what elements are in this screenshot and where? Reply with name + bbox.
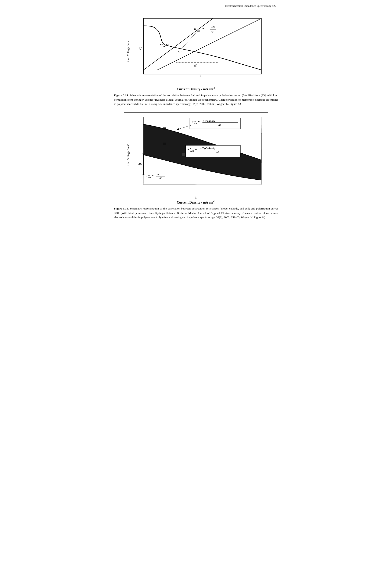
figure-316-caption-bold: Figure 3.16. <box>114 207 129 210</box>
r-cath-sub: Cath <box>190 150 194 152</box>
r-cath-label: R <box>187 147 189 151</box>
r-cell-dc-num: ΔU <box>156 173 161 176</box>
y-axis-label-316: Cell Voltage / mV <box>127 144 130 165</box>
figure-316-container: Cell Voltage / mV <box>114 112 278 220</box>
svg-rect-26 <box>182 153 185 156</box>
r-cell-dc-sub: cell <box>148 176 151 179</box>
i-axis-label: i <box>200 74 201 77</box>
r-an-eq: = <box>198 120 200 123</box>
x-superscript-316: -2 <box>213 200 216 203</box>
r-an-num: ΔU (Anode) <box>203 119 217 122</box>
y-axis-label: Cell Voltage / mV <box>127 40 130 62</box>
svg-rect-29 <box>163 143 166 145</box>
figure-315-svg: Cell Voltage / mV U ΔU <box>124 14 268 86</box>
r-cath-eq: = <box>195 147 197 151</box>
x-axis-bold-315: Current Density / mA cm <box>177 87 213 91</box>
svg-rect-1 <box>143 18 261 74</box>
figure-316-wrap: Cell Voltage / mV <box>124 112 268 204</box>
x-superscript-315: -2 <box>213 86 216 90</box>
figure-315-caption: Figure 3.15. Schematic representation of… <box>114 93 278 106</box>
svg-rect-28 <box>163 127 166 130</box>
delta-u-label: ΔU <box>177 51 182 54</box>
rcell-num: ΔU <box>211 26 215 29</box>
delta-i-316-label: Δi <box>124 196 268 199</box>
delta-u-316: ΔU <box>138 162 142 166</box>
figure-315-caption-text: Schematic representation of the correlat… <box>114 94 278 105</box>
figure-315-wrap: Cell Voltage / mV U ΔU <box>124 14 268 91</box>
r-cell-dc-sup: dc <box>148 174 150 176</box>
r-an-den: Δi <box>218 123 221 127</box>
delta-i-label-315: Δi <box>194 64 196 67</box>
x-axis-label-315: Current Density / mA cm-2 <box>124 86 268 91</box>
r-an-label: R <box>191 120 194 123</box>
x-axis-label-316: Current Density / mA cm-2 <box>124 200 268 204</box>
rcell-eq: = <box>202 27 204 31</box>
r-cell-dc-den: Δi <box>159 177 162 180</box>
r-cell-dc: R <box>145 174 147 178</box>
figure-316-caption-text: Schematic representation of the correlat… <box>114 207 278 219</box>
r-cell-dc-eq: = <box>152 174 154 178</box>
r-cath-sup: ac <box>190 147 192 149</box>
figure-315-caption-bold: Figure 3.15. <box>114 94 129 97</box>
r-cath-den: Δi <box>216 151 219 154</box>
figure-315-container: Cell Voltage / mV U ΔU <box>114 14 278 106</box>
rcell-den: Δi <box>211 30 214 34</box>
figure-316-caption: Figure 3.16. Schematic representation of… <box>114 207 278 220</box>
page-header: Electrochemical Impedance Spectroscopy 1… <box>114 4 278 8</box>
r-cath-num: ΔU (Cathode) <box>200 147 216 150</box>
rcell-sub: cell <box>197 29 200 32</box>
rcell-label: R <box>194 27 196 31</box>
x-axis-bold-316: Current Density / mA cm <box>177 201 213 204</box>
u-label: U <box>139 47 142 50</box>
figure-316-svg: Cell Voltage / mV <box>124 112 268 195</box>
r-an-sup: ac <box>194 120 196 122</box>
r-an-sub: An <box>194 122 197 125</box>
